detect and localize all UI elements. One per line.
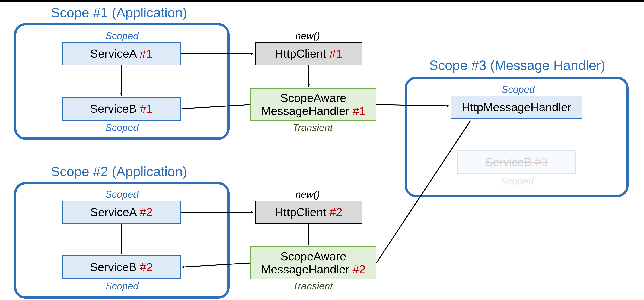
scope2-handler-line2a: MessageHandler xyxy=(261,263,353,276)
scope1-service-b-name: ServiceB xyxy=(90,102,140,115)
scope2-service-b-name: ServiceB xyxy=(90,261,140,274)
scope2-service-a-name: ServiceA xyxy=(90,206,140,219)
scope1-httpclient-creator: new() xyxy=(296,30,320,41)
scope3-httpmessagehandler-name: HttpMessageHandler xyxy=(462,101,571,114)
scope2-httpclient-instance: #2 xyxy=(329,206,342,219)
scope3-httpmessagehandler-lifestyle: Scoped xyxy=(502,84,535,95)
scope1-httpclient-name: HttpClient xyxy=(275,47,329,60)
scope2-service-b-instance: #2 xyxy=(140,261,153,274)
scope2-handler-lifestyle: Transient xyxy=(293,280,333,292)
scope1-httpclient: HttpClient #1 xyxy=(255,42,362,65)
scope3-service-b-name: ServiceB xyxy=(485,156,535,169)
scope2-service-a-lifestyle: Scoped xyxy=(106,189,138,200)
diagram-canvas: Scope #1 (Application) Scope #2 (Applica… xyxy=(0,0,644,300)
scope2-handler-line2b: #2 xyxy=(352,263,366,276)
scope1-service-b-lifestyle: Scoped xyxy=(106,122,138,133)
scope3-service-b-lifestyle: Scoped xyxy=(500,175,534,187)
scope-3-title: Scope #3 (Message Handler) xyxy=(429,57,606,73)
scope2-service-b: ServiceB #2 xyxy=(62,256,181,279)
scope1-handler-line1: ScopeAware xyxy=(280,91,346,104)
scope2-scopeaware-handler: ScopeAware MessageHandler #2 xyxy=(250,246,376,279)
scope-1-title: Scope #1 (Application) xyxy=(51,5,187,20)
scope1-httpclient-instance: #1 xyxy=(329,47,342,60)
scope3-service-b-instance: #3 xyxy=(535,156,548,169)
scope1-service-a-instance: #1 xyxy=(140,47,152,60)
scope1-service-b: ServiceB #1 xyxy=(62,97,181,121)
scope3-httpmessagehandler: HttpMessageHandler xyxy=(451,96,582,119)
scope2-handler-line1: ScopeAware xyxy=(280,250,346,263)
scope2-httpclient-name: HttpClient xyxy=(275,206,329,219)
scope3-service-b-faded: ServiceB #3 xyxy=(457,150,576,174)
scope2-httpclient-creator: new() xyxy=(296,189,320,200)
scope1-service-a-name: ServiceA xyxy=(90,47,140,60)
scope1-handler-lifestyle: Transient xyxy=(293,122,333,133)
scope1-scopeaware-handler: ScopeAware MessageHandler #1 xyxy=(250,88,376,121)
scope1-handler-line2b: #1 xyxy=(352,104,366,117)
scope2-service-b-lifestyle: Scoped xyxy=(106,280,138,292)
scope1-handler-line2a: MessageHandler xyxy=(261,104,353,117)
scope2-httpclient: HttpClient #2 xyxy=(255,201,362,224)
scope1-service-a-lifestyle: Scoped xyxy=(106,30,138,41)
scope1-service-b-instance: #1 xyxy=(140,102,153,115)
scope2-service-a: ServiceA #2 xyxy=(62,201,181,224)
scope2-service-a-instance: #2 xyxy=(140,206,152,219)
scope1-service-a: ServiceA #1 xyxy=(62,42,181,65)
scope-2-title: Scope #2 (Application) xyxy=(51,164,187,179)
